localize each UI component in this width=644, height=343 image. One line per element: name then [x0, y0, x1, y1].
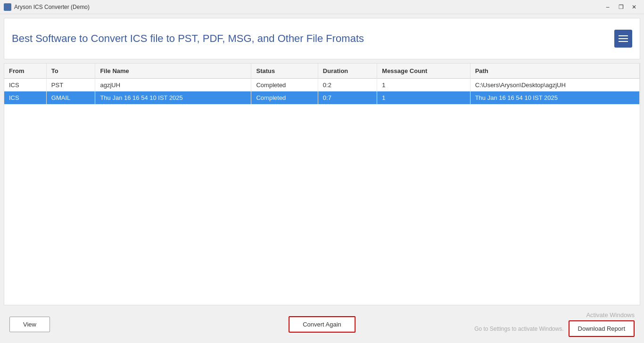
cell-messagecount: 1 — [377, 91, 470, 104]
menu-icon-line2 — [619, 38, 628, 39]
cell-path: C:\Users\Aryson\Desktop\agzjUH — [470, 79, 639, 92]
cell-status: Completed — [251, 91, 318, 104]
cell-to: GMAIL — [46, 91, 95, 104]
go-to-settings-text: Go to Settings to activate Windows. — [474, 326, 563, 332]
close-button[interactable]: ✕ — [628, 2, 640, 12]
download-report-button[interactable]: Download Report — [569, 320, 635, 337]
conversion-table: From To File Name Status Duration Messag… — [4, 64, 640, 104]
table-header-row: From To File Name Status Duration Messag… — [4, 64, 640, 79]
col-header-duration: Duration — [318, 64, 377, 79]
minimize-button[interactable]: – — [602, 2, 614, 12]
cell-to: PST — [46, 79, 95, 92]
cell-filename: Thu Jan 16 16 54 10 IST 2025 — [95, 91, 251, 104]
header-banner: Best Software to Convert ICS file to PST… — [4, 18, 640, 59]
view-button[interactable]: View — [9, 317, 50, 332]
menu-button[interactable] — [614, 30, 632, 48]
cell-duration: 0:2 — [318, 79, 377, 92]
table-body: ICSPSTagzjUHCompleted0:21C:\Users\Aryson… — [4, 79, 640, 105]
footer-left: View — [9, 317, 50, 332]
footer-right: Activate Windows Go to Settings to activ… — [474, 311, 635, 337]
footer-center: Convert Again — [289, 316, 355, 333]
col-header-filename: File Name — [95, 64, 251, 79]
menu-icon-line3 — [619, 41, 628, 42]
cell-filename: agzjUH — [95, 79, 251, 92]
table-row[interactable]: ICSPSTagzjUHCompleted0:21C:\Users\Aryson… — [4, 79, 640, 92]
table-row[interactable]: ICSGMAILThu Jan 16 16 54 10 IST 2025Comp… — [4, 91, 640, 104]
title-bar: Aryson ICS Converter (Demo) – ❐ ✕ — [0, 0, 644, 14]
main-container: Best Software to Convert ICS file to PST… — [0, 14, 644, 343]
cell-from: ICS — [4, 91, 46, 104]
cell-duration: 0:7 — [318, 91, 377, 104]
cell-messagecount: 1 — [377, 79, 470, 92]
col-header-path: Path — [470, 64, 639, 79]
convert-again-button[interactable]: Convert Again — [289, 316, 355, 333]
cell-from: ICS — [4, 79, 46, 92]
restore-button[interactable]: ❐ — [615, 2, 627, 12]
title-bar-left: Aryson ICS Converter (Demo) — [4, 3, 90, 11]
col-header-from: From — [4, 64, 46, 79]
app-icon — [4, 3, 11, 11]
col-header-messagecount: Message Count — [377, 64, 470, 79]
header-title: Best Software to Convert ICS file to PST… — [12, 33, 364, 45]
app-title: Aryson ICS Converter (Demo) — [14, 4, 90, 10]
window-controls: – ❐ ✕ — [602, 2, 640, 12]
col-header-to: To — [46, 64, 95, 79]
cell-status: Completed — [251, 79, 318, 92]
cell-path: Thu Jan 16 16 54 10 IST 2025 — [470, 91, 639, 104]
col-header-status: Status — [251, 64, 318, 79]
activate-windows-text: Activate Windows — [586, 311, 635, 318]
menu-icon-line1 — [619, 35, 628, 36]
table-area: From To File Name Status Duration Messag… — [4, 63, 640, 305]
table-header: From To File Name Status Duration Messag… — [4, 64, 640, 79]
footer-area: View Convert Again Activate Windows Go t… — [0, 305, 644, 343]
